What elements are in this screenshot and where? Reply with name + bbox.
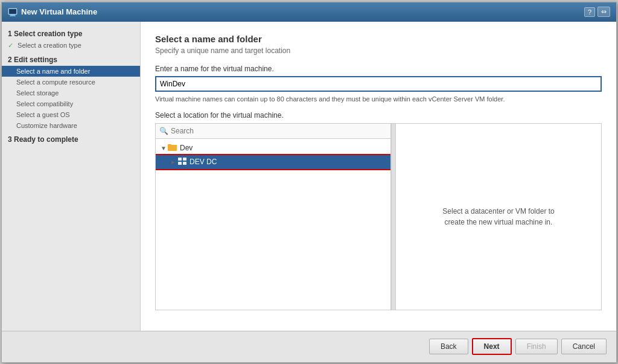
section-2-number: 2 — [8, 56, 14, 64]
tree-panel: 🔍 ▼ — [156, 124, 391, 310]
tree-item-devdc-label: DEV DC — [190, 158, 217, 166]
tree-item-devdc[interactable]: ► DEV DC — [156, 155, 390, 169]
info-text: Select a datacenter or VM folder to crea… — [438, 206, 559, 228]
sidebar-item-2e[interactable]: Select a guest OS — [2, 109, 140, 120]
sidebar-item-2c[interactable]: Select storage — [2, 88, 140, 98]
folder-icon-dev — [168, 143, 177, 153]
sidebar-section-3: 3 Ready to complete — [2, 133, 140, 145]
sidebar-item-2b-label: Select a compute resource — [16, 78, 95, 86]
location-area: 🔍 ▼ — [155, 123, 602, 310]
title-bar: New Virtual Machine ? ⇔ — [2, 2, 616, 22]
section-1-number: 1 — [8, 30, 14, 38]
svg-rect-1 — [10, 14, 15, 16]
sidebar: 1 Select creation type Select a creation… — [2, 22, 141, 331]
sidebar-item-2b[interactable]: Select a compute resource — [2, 77, 140, 88]
sidebar-item-2f[interactable]: Customize hardware — [2, 120, 140, 131]
sidebar-item-2c-label: Select storage — [16, 89, 59, 97]
datacenter-icon-devdc — [177, 157, 187, 167]
footer: Back Next Finish Cancel — [2, 331, 616, 362]
sidebar-item-2e-label: Select a guest OS — [16, 111, 70, 118]
svg-rect-8 — [178, 162, 182, 165]
next-button[interactable]: Next — [472, 338, 512, 355]
main-subtitle: Specify a unique name and target locatio… — [155, 46, 602, 55]
section-1-label: Select creation type — [14, 30, 82, 38]
sidebar-section-2-header: 2 Edit settings — [2, 54, 140, 66]
sidebar-section-1: 1 Select creation type Select a creation… — [2, 28, 140, 51]
name-label: Enter a name for the virtual machine. — [155, 65, 602, 73]
svg-rect-2 — [10, 16, 16, 16]
location-label: Select a location for the virtual machin… — [155, 111, 602, 120]
svg-rect-7 — [178, 158, 182, 161]
main-panel: Select a name and folder Specify a uniqu… — [141, 22, 616, 331]
tree-toggle-dev: ▼ — [161, 145, 168, 152]
expand-button[interactable]: ⇔ — [597, 7, 610, 17]
name-hint: Virtual machine names can contain up to … — [155, 95, 602, 103]
content-area: 1 Select creation type Select a creation… — [2, 22, 616, 331]
title-bar-left: New Virtual Machine — [8, 7, 97, 17]
tree-content: ▼ Dev ► — [156, 139, 390, 310]
finish-button[interactable]: Finish — [515, 339, 558, 354]
tree-item-dev[interactable]: ▼ Dev — [156, 141, 390, 155]
search-box: 🔍 — [156, 124, 390, 139]
svg-rect-6 — [168, 145, 177, 151]
back-button[interactable]: Back — [429, 339, 468, 354]
sidebar-item-1a[interactable]: Select a creation type — [2, 40, 140, 51]
vm-name-input[interactable] — [155, 76, 602, 92]
sidebar-item-1a-label: Select a creation type — [18, 42, 81, 49]
main-title: Select a name and folder — [155, 34, 602, 44]
new-vm-dialog: New Virtual Machine ? ⇔ 1 Select creatio… — [1, 2, 617, 363]
scrollbar-divider — [391, 124, 396, 310]
vm-title-icon — [8, 7, 18, 17]
dialog-title: New Virtual Machine — [21, 7, 97, 16]
sidebar-item-2d[interactable]: Select compatibility — [2, 98, 140, 109]
search-icon: 🔍 — [159, 127, 168, 135]
cancel-button[interactable]: Cancel — [561, 339, 607, 354]
sidebar-section-1-header: 1 Select creation type — [2, 28, 140, 40]
sidebar-item-2f-label: Customize hardware — [16, 122, 77, 129]
section-3-label: Ready to complete — [14, 135, 78, 144]
sidebar-item-2a-label: Select a name and folder — [16, 68, 90, 75]
info-panel: Select a datacenter or VM folder to crea… — [396, 124, 601, 310]
tree-item-dev-label: Dev — [180, 144, 193, 152]
sidebar-item-2a[interactable]: Select a name and folder — [2, 66, 140, 77]
title-bar-right: ? ⇔ — [584, 7, 610, 17]
help-button[interactable]: ? — [584, 7, 595, 17]
sidebar-section-2: 2 Edit settings Select a name and folder… — [2, 54, 140, 131]
tree-toggle-devdc: ► — [170, 159, 177, 165]
sidebar-item-2d-label: Select compatibility — [16, 100, 73, 107]
sidebar-section-3-header: 3 Ready to complete — [2, 133, 140, 145]
svg-rect-3 — [9, 9, 16, 14]
section-3-number: 3 — [8, 135, 14, 144]
section-2-label: Edit settings — [14, 56, 57, 64]
search-input[interactable] — [171, 127, 387, 135]
svg-rect-10 — [183, 162, 186, 165]
svg-rect-9 — [183, 158, 186, 161]
